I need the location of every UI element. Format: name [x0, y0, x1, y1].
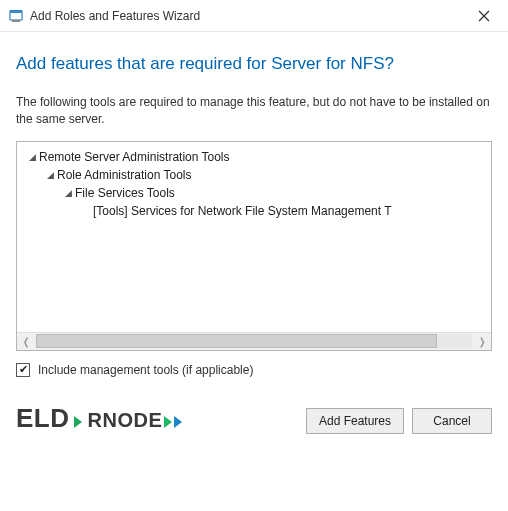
- scroll-right-arrow-icon[interactable]: ❭: [473, 332, 491, 350]
- eldernode-logo: ELD R NODE: [16, 403, 186, 434]
- logo-glyph-left-icon: [72, 409, 86, 432]
- collapse-icon: ◢: [27, 148, 37, 166]
- horizontal-scrollbar[interactable]: ❬ ❭: [17, 332, 491, 350]
- scroll-left-arrow-icon[interactable]: ❬: [17, 332, 35, 350]
- scroll-thumb[interactable]: [36, 334, 437, 348]
- close-icon: [478, 10, 490, 22]
- svg-rect-2: [12, 20, 20, 22]
- tree-list: ◢ Remote Server Administration Tools ◢ R…: [23, 148, 487, 332]
- logo-text-mid: R: [88, 409, 103, 432]
- svg-marker-5: [74, 416, 82, 428]
- dialog-footer: ELD R NODE Add Features Cancel: [0, 403, 508, 434]
- cancel-button[interactable]: Cancel: [412, 408, 492, 434]
- titlebar: Add Roles and Features Wizard: [0, 0, 508, 32]
- dialog-description: The following tools are required to mana…: [16, 94, 492, 129]
- svg-marker-7: [174, 416, 182, 428]
- tree-label: Role Administration Tools: [57, 166, 192, 184]
- include-tools-label[interactable]: Include management tools (if applicable): [38, 363, 253, 377]
- dialog-content: Add features that are required for Serve…: [0, 32, 508, 403]
- tree-label: Remote Server Administration Tools: [39, 148, 230, 166]
- include-tools-checkbox[interactable]: ✔: [16, 363, 30, 377]
- collapse-icon: ◢: [63, 184, 73, 202]
- scroll-track[interactable]: [36, 334, 472, 348]
- feature-tree: ◢ Remote Server Administration Tools ◢ R…: [16, 141, 492, 351]
- logo-text-pre: ELD: [16, 403, 70, 434]
- close-button[interactable]: [464, 2, 504, 30]
- tree-node-nfs-tools[interactable]: [Tools] Services for Network File System…: [23, 202, 487, 220]
- server-manager-icon: [8, 8, 24, 24]
- tree-label: [Tools] Services for Network File System…: [93, 202, 392, 220]
- collapse-icon: ◢: [45, 166, 55, 184]
- svg-rect-1: [10, 10, 22, 13]
- dialog-heading: Add features that are required for Serve…: [16, 54, 492, 74]
- dialog-buttons: Add Features Cancel: [306, 408, 492, 434]
- logo-text-post: NODE: [102, 409, 162, 432]
- logo-glyph-right-icon: [164, 409, 184, 432]
- checkmark-icon: ✔: [19, 364, 28, 375]
- tree-label: File Services Tools: [75, 184, 175, 202]
- tree-node-rsat[interactable]: ◢ Remote Server Administration Tools: [23, 148, 487, 166]
- svg-marker-6: [164, 416, 172, 428]
- tree-node-file-services[interactable]: ◢ File Services Tools: [23, 184, 487, 202]
- add-features-button[interactable]: Add Features: [306, 408, 404, 434]
- include-tools-row: ✔ Include management tools (if applicabl…: [16, 363, 492, 377]
- window-title: Add Roles and Features Wizard: [30, 9, 464, 23]
- tree-node-role-admin[interactable]: ◢ Role Administration Tools: [23, 166, 487, 184]
